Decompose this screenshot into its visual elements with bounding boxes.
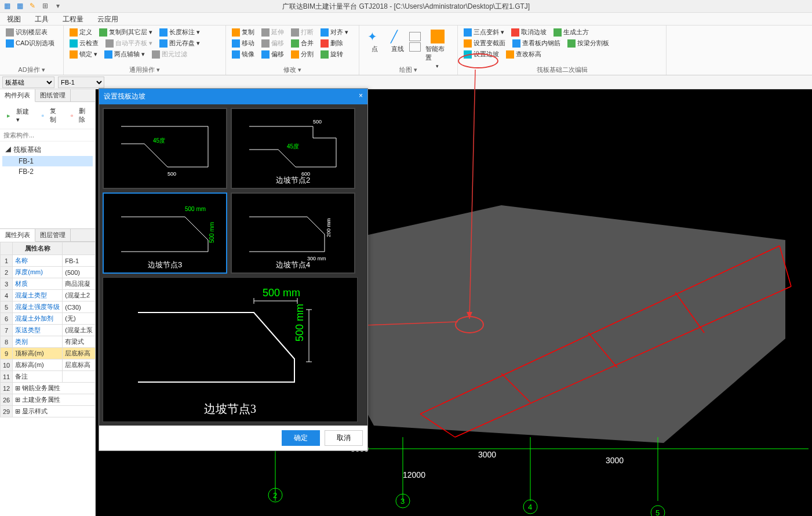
qat-icon-1[interactable]: ▦ — [2, 1, 12, 10]
draw-icon-1[interactable] — [409, 32, 421, 41]
btn-rotate[interactable]: 旋转 — [318, 49, 345, 59]
prop-value[interactable]: 有梁式 — [63, 336, 96, 348]
dialog-close-icon[interactable]: × — [359, 92, 363, 101]
btn-lock[interactable]: 锁定 ▾ — [67, 49, 100, 59]
cancel-button[interactable]: 取消 — [325, 430, 363, 446]
prop-group-row[interactable]: 29⊞ 显示样式 — [1, 406, 96, 417]
prop-row[interactable]: 11备注 — [1, 371, 96, 383]
btn-copy[interactable]: 复制 — [230, 27, 257, 37]
menu-view[interactable]: 视图 — [0, 13, 28, 25]
prop-group-label[interactable]: ⊞ 钢筋业务属性 — [13, 383, 96, 394]
btn-move[interactable]: 移动 — [230, 38, 257, 48]
prop-value[interactable]: 层底标高 — [63, 359, 96, 371]
btn-view-rebar[interactable]: 查看板内钢筋 — [510, 38, 563, 48]
prop-row[interactable]: 6混凝土外加剂(无) — [1, 313, 96, 325]
axis-bubbles: 2 3 4 5 — [268, 488, 665, 516]
btn-copy-layer[interactable]: 复制到其它层 ▾ — [97, 27, 155, 37]
prop-row[interactable]: 5混凝土强度等级(C30) — [1, 301, 96, 313]
prop-group-row[interactable]: 26⊞ 土建业务属性 — [1, 394, 96, 406]
svg-marker-26 — [467, 312, 472, 319]
prop-row[interactable]: 10底标高(m)层底标高 — [1, 359, 96, 371]
btn-gen-earth[interactable]: 生成土方 — [551, 27, 591, 37]
btn-check-elev[interactable]: 查改标高 — [504, 49, 544, 59]
prop-row[interactable]: 1名称FB-1 — [1, 255, 96, 267]
prop-group-row[interactable]: 12⊞ 钢筋业务属性 — [1, 383, 96, 394]
group-label-cad[interactable]: AD操作 ▾ — [0, 66, 63, 74]
btn-extend[interactable]: 延伸 — [259, 27, 286, 37]
svg-text:2: 2 — [273, 491, 277, 500]
menu-tools[interactable]: 工具 — [28, 13, 56, 25]
prop-rownum: 12 — [1, 383, 13, 394]
prop-value[interactable]: FB-1 — [63, 255, 96, 267]
btn-delete[interactable]: 删除 — [318, 38, 345, 48]
btn-mirror[interactable]: 镜像 — [230, 49, 257, 59]
tree-item-fb2[interactable]: FB-2 — [2, 166, 93, 177]
prop-group-label[interactable]: ⊞ 土建业务属性 — [13, 394, 96, 406]
btn-save-drawing[interactable]: 图元存盘 ▾ — [157, 38, 202, 48]
prop-row[interactable]: 7泵送类型(混凝土泵 — [1, 325, 96, 336]
btn-point[interactable]: ✦点 — [363, 27, 386, 56]
prop-row[interactable]: 3材质商品混凝 — [1, 278, 96, 290]
tree-root[interactable]: ◢ 筏板基础 — [2, 144, 93, 156]
btn-new[interactable]: ▸新建 ▾ — [2, 104, 35, 126]
menu-quantity[interactable]: 工程量 — [56, 13, 90, 25]
btn-offset2[interactable]: 偏移 — [259, 49, 286, 59]
btn-length-dim[interactable]: 长度标注 ▾ — [157, 27, 202, 37]
tab-drawings[interactable]: 图纸管理 — [35, 89, 71, 101]
btn-define[interactable]: 定义 — [67, 27, 94, 37]
btn-cad-options[interactable]: CAD识别选项 — [3, 38, 57, 48]
node-card-1[interactable]: 45度 800 500 边坡节点1 — [103, 108, 227, 189]
ok-button[interactable]: 确定 — [282, 430, 320, 446]
member-select[interactable]: FB-1 — [58, 77, 104, 88]
prop-group-label[interactable]: ⊞ 显示样式 — [13, 406, 96, 417]
node-card-4[interactable]: 300 mm 200 mm 边坡节点4 — [231, 192, 355, 274]
btn-copy-comp[interactable]: ▫复制 — [37, 104, 64, 126]
tree-item-fb1[interactable]: FB-1 — [2, 156, 93, 166]
tab-properties[interactable]: 属性列表 — [0, 229, 35, 242]
btn-break[interactable]: 打断 — [289, 27, 316, 37]
prop-value[interactable] — [63, 371, 96, 383]
btn-cloud-check[interactable]: 云检查 — [67, 38, 101, 48]
search-input[interactable] — [2, 130, 93, 140]
dialog-body: 45度 800 500 边坡节点1 500 45度 600 边坡节点2 500 … — [99, 104, 367, 426]
node-card-3[interactable]: 500 mm 500 mm 边坡节点3 — [103, 192, 227, 274]
prop-row[interactable]: 4混凝土类型(混凝土2 — [1, 290, 96, 301]
qat-icon-4[interactable]: ⊞ — [41, 1, 50, 10]
type-select[interactable]: 板基础 — [2, 77, 54, 88]
btn-offset[interactable]: 偏移 — [259, 38, 286, 48]
node-card-2[interactable]: 500 45度 600 边坡节点2 — [231, 108, 355, 189]
btn-split[interactable]: 分割 — [289, 49, 316, 59]
btn-set-section[interactable]: 设置变截面 — [461, 38, 508, 48]
prop-value[interactable]: 层底标高 — [63, 348, 96, 359]
btn-auto-align[interactable]: 自动平齐板 ▾ — [103, 38, 155, 48]
qat-dropdown[interactable]: ▾ — [53, 1, 63, 10]
prop-value[interactable]: (C30) — [63, 301, 96, 313]
prop-rownum: 11 — [1, 371, 13, 383]
tab-layers[interactable]: 图层管理 — [35, 229, 71, 241]
dialog-titlebar[interactable]: 设置筏板边坡 × — [99, 89, 367, 104]
btn-three-point[interactable]: 三点变斜 ▾ — [461, 27, 507, 37]
btn-merge[interactable]: 合并 — [289, 38, 316, 48]
prop-row[interactable]: 8类别有梁式 — [1, 336, 96, 348]
draw-icon-2[interactable] — [409, 42, 421, 52]
btn-floor-table[interactable]: 识别楼层表 — [3, 27, 50, 37]
prop-row[interactable]: 2厚度(mm)(500) — [1, 267, 96, 278]
tab-components[interactable]: 构件列表 — [0, 89, 35, 102]
prop-value[interactable]: (混凝土泵 — [63, 325, 96, 336]
qat-icon-2[interactable]: ▦ — [15, 1, 24, 10]
btn-delete-comp[interactable]: ▫删除 — [66, 104, 93, 126]
btn-cancel-slope[interactable]: 取消边坡 — [509, 27, 549, 37]
btn-line[interactable]: ╱直线 — [386, 27, 409, 56]
qat-icon-3[interactable]: ✎ — [28, 1, 37, 10]
prop-value[interactable]: 商品混凝 — [63, 278, 96, 290]
btn-two-point[interactable]: 两点辅轴 ▾ — [102, 49, 147, 59]
prop-value[interactable]: (混凝土2 — [63, 290, 96, 301]
menu-cloud[interactable]: 云应用 — [90, 13, 125, 25]
group-label-general[interactable]: 通用操作 ▾ — [64, 66, 225, 74]
btn-align[interactable]: 对齐 ▾ — [318, 27, 351, 37]
btn-split-beam[interactable]: 按梁分割板 — [565, 38, 611, 48]
prop-value[interactable]: (500) — [63, 267, 96, 278]
prop-value[interactable]: (无) — [63, 313, 96, 325]
prop-name: 混凝土外加剂 — [13, 313, 63, 325]
prop-row[interactable]: 9顶标高(m)层底标高 — [1, 348, 96, 359]
